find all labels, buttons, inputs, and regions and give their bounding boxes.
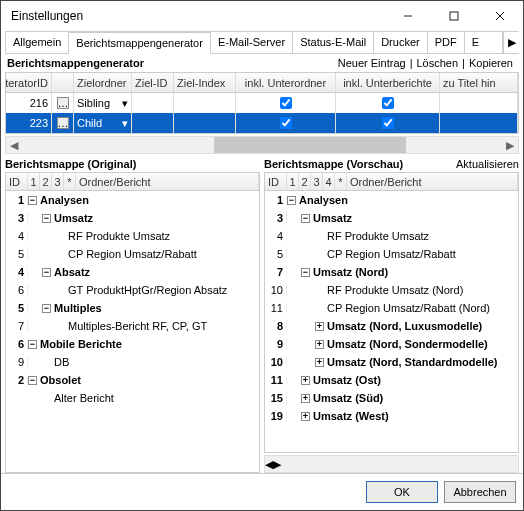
tree-row[interactable]: 5CP Region Umsatz/Rabatt xyxy=(265,245,518,263)
cell-titel[interactable] xyxy=(440,113,518,133)
collapse-icon[interactable]: − xyxy=(42,304,51,313)
tree-row[interactable]: 4RF Produkte Umsatz xyxy=(6,227,259,245)
col-sub[interactable]: inkl. Unterordner xyxy=(236,73,336,92)
tree-row[interactable]: 6−Mobile Berichte xyxy=(6,335,259,353)
tab-email-server[interactable]: E-Mail-Server xyxy=(211,32,293,53)
cell-titel[interactable] xyxy=(440,93,518,113)
tree-row[interactable]: 3−Umsatz xyxy=(265,209,518,227)
delete-button[interactable]: Löschen xyxy=(413,57,463,69)
col-iterator[interactable]: IteratorID xyxy=(6,73,52,92)
pcol-4[interactable]: 4 xyxy=(323,173,335,190)
tree-row[interactable]: 8+Umsatz (Nord, Luxusmodelle) xyxy=(265,317,518,335)
expand-icon[interactable]: + xyxy=(315,340,324,349)
ocol-rest[interactable]: Ordner/Bericht xyxy=(76,173,259,190)
tree-row[interactable]: 7Multiples-Bericht RF, CP, GT xyxy=(6,317,259,335)
scroll-right-icon[interactable]: ▶ xyxy=(502,139,518,152)
ocol-2[interactable]: 2 xyxy=(40,173,52,190)
grid-hscroll[interactable]: ◀ ▶ xyxy=(5,136,519,154)
maximize-button[interactable] xyxy=(431,1,477,31)
collapse-icon[interactable]: − xyxy=(42,214,51,223)
expand-icon[interactable]: + xyxy=(301,376,310,385)
tree-row[interactable]: Alter Bericht xyxy=(6,389,259,407)
minimize-button[interactable] xyxy=(385,1,431,31)
collapse-icon[interactable]: − xyxy=(28,196,37,205)
tab-scroll-right-icon[interactable]: ▶ xyxy=(503,32,519,53)
cell-subrep[interactable] xyxy=(336,93,440,113)
tree-row[interactable]: 10RF Produkte Umsatz (Nord) xyxy=(265,281,518,299)
pcol-id[interactable]: ID xyxy=(265,173,287,190)
tree-row[interactable]: 6GT ProduktHptGr/Region Absatz xyxy=(6,281,259,299)
cell-zielindex[interactable] xyxy=(174,113,236,133)
ocol-3[interactable]: 3 xyxy=(52,173,64,190)
expand-icon[interactable]: + xyxy=(315,322,324,331)
collapse-icon[interactable]: − xyxy=(28,376,37,385)
tree-row[interactable]: 1−Analysen xyxy=(6,191,259,209)
tree-row[interactable]: 11+Umsatz (Ost) xyxy=(265,371,518,389)
tree-row[interactable]: 4−Absatz xyxy=(6,263,259,281)
collapse-icon[interactable]: − xyxy=(301,268,310,277)
refresh-button[interactable]: Aktualisieren xyxy=(456,158,519,170)
tree-row[interactable]: 11CP Region Umsatz/Rabatt (Nord) xyxy=(265,299,518,317)
col-titel[interactable]: zu Titel hin xyxy=(440,73,518,92)
ocol-id[interactable]: ID xyxy=(6,173,28,190)
cell-browse[interactable]: … xyxy=(52,93,74,113)
scroll-left-icon[interactable]: ◀ xyxy=(6,139,22,152)
pcol-2[interactable]: 2 xyxy=(299,173,311,190)
preview-tree[interactable]: 1−Analysen3−Umsatz4RF Produkte Umsatz5CP… xyxy=(264,190,519,453)
col-zielindex[interactable]: Ziel-Index xyxy=(174,73,236,92)
cell-sub[interactable] xyxy=(236,93,336,113)
tree-row[interactable]: 9DB xyxy=(6,353,259,371)
col-subrep[interactable]: inkl. Unterberichte xyxy=(336,73,440,92)
preview-hscroll[interactable]: ◀ ▶ xyxy=(264,455,519,473)
tree-row[interactable]: 15+Umsatz (Süd) xyxy=(265,389,518,407)
tree-row[interactable]: 7−Umsatz (Nord) xyxy=(265,263,518,281)
scroll-right-icon[interactable]: ▶ xyxy=(273,458,281,471)
collapse-icon[interactable]: − xyxy=(301,214,310,223)
scroll-left-icon[interactable]: ◀ xyxy=(265,458,273,471)
grid-row[interactable]: 216…Sibling ▾ xyxy=(6,93,518,113)
col-zielid[interactable]: Ziel-ID xyxy=(132,73,174,92)
tree-row[interactable]: 19+Umsatz (West) xyxy=(265,407,518,425)
tab-allgemein[interactable]: Allgemein xyxy=(5,32,69,53)
tab-more[interactable]: E xyxy=(465,32,503,53)
ocol-star[interactable]: * xyxy=(64,173,76,190)
tab-status-email[interactable]: Status-E-Mail xyxy=(293,32,374,53)
tree-row[interactable]: 3−Umsatz xyxy=(6,209,259,227)
ok-button[interactable]: OK xyxy=(366,481,438,503)
cancel-button[interactable]: Abbrechen xyxy=(444,481,516,503)
tree-row[interactable]: 2−Obsolet xyxy=(6,371,259,389)
expand-icon[interactable]: + xyxy=(315,358,324,367)
tree-row[interactable]: 5CP Region Umsatz/Rabatt xyxy=(6,245,259,263)
tab-berichtsmappengenerator[interactable]: Berichtsmappengenerator xyxy=(69,32,211,54)
cell-ziel[interactable]: Sibling ▾ xyxy=(74,93,132,113)
tab-drucker[interactable]: Drucker xyxy=(374,32,428,53)
collapse-icon[interactable]: − xyxy=(42,268,51,277)
tree-row[interactable]: 1−Analysen xyxy=(265,191,518,209)
tree-row[interactable]: 5−Multiples xyxy=(6,299,259,317)
pcol-3[interactable]: 3 xyxy=(311,173,323,190)
tree-row[interactable]: 4RF Produkte Umsatz xyxy=(265,227,518,245)
tree-row[interactable]: 10+Umsatz (Nord, Standardmodelle) xyxy=(265,353,518,371)
cell-zielindex[interactable] xyxy=(174,93,236,113)
copy-button[interactable]: Kopieren xyxy=(465,57,517,69)
tree-row[interactable]: 9+Umsatz (Nord, Sondermodelle) xyxy=(265,335,518,353)
pcol-star[interactable]: * xyxy=(335,173,347,190)
pcol-rest[interactable]: Ordner/Bericht xyxy=(347,173,518,190)
ocol-1[interactable]: 1 xyxy=(28,173,40,190)
pcol-1[interactable]: 1 xyxy=(287,173,299,190)
cell-sub[interactable] xyxy=(236,113,336,133)
cell-browse[interactable]: … xyxy=(52,113,74,133)
cell-zielid[interactable] xyxy=(132,93,174,113)
cell-subrep[interactable] xyxy=(336,113,440,133)
cell-ziel[interactable]: Child ▾ xyxy=(74,113,132,133)
original-tree[interactable]: 1−Analysen3−Umsatz4RF Produkte Umsatz5CP… xyxy=(5,190,260,473)
col-ziel[interactable]: Zielordner xyxy=(74,73,132,92)
new-entry-button[interactable]: Neuer Eintrag xyxy=(334,57,410,69)
grid-row[interactable]: 223…Child ▾ xyxy=(6,113,518,133)
tab-pdf[interactable]: PDF xyxy=(428,32,465,53)
collapse-icon[interactable]: − xyxy=(28,340,37,349)
close-button[interactable] xyxy=(477,1,523,31)
cell-zielid[interactable] xyxy=(132,113,174,133)
collapse-icon[interactable]: − xyxy=(287,196,296,205)
expand-icon[interactable]: + xyxy=(301,394,310,403)
